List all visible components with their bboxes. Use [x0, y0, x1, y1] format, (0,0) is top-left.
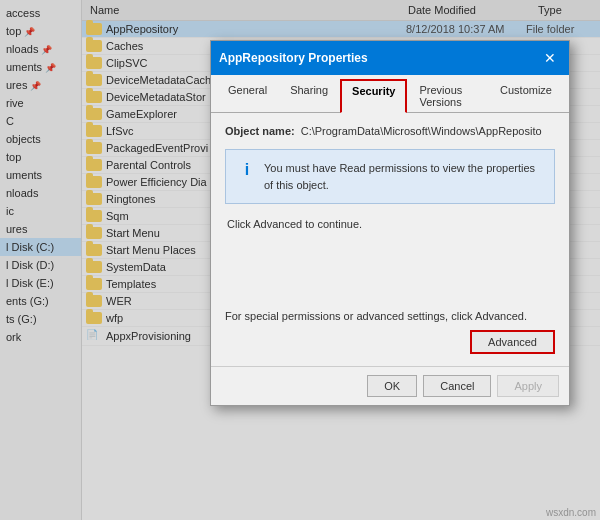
tab-sharing[interactable]: Sharing [279, 79, 339, 112]
info-icon: i [238, 161, 256, 179]
dialog-content: Object name: C:\ProgramData\Microsoft\Wi… [211, 113, 569, 366]
object-name-row: Object name: C:\ProgramData\Microsoft\Wi… [225, 125, 555, 137]
dialog-titlebar: AppRepository Properties ✕ [211, 41, 569, 75]
properties-dialog: AppRepository Properties ✕ General Shari… [210, 40, 570, 406]
object-name-value: C:\ProgramData\Microsoft\Windows\AppRepo… [301, 125, 542, 137]
dialog-title: AppRepository Properties [219, 51, 539, 65]
tab-customize[interactable]: Customize [489, 79, 563, 112]
info-message: You must have Read permissions to view t… [264, 160, 542, 193]
cancel-button[interactable]: Cancel [423, 375, 491, 397]
dialog-overlay: AppRepository Properties ✕ General Shari… [0, 0, 600, 520]
advanced-button[interactable]: Advanced [470, 330, 555, 354]
tab-general[interactable]: General [217, 79, 278, 112]
tab-security[interactable]: Security [340, 79, 407, 113]
dialog-close-button[interactable]: ✕ [539, 47, 561, 69]
tab-previous-versions[interactable]: Previous Versions [408, 79, 488, 112]
apply-button[interactable]: Apply [497, 375, 559, 397]
dialog-tabs: General Sharing Security Previous Versio… [211, 75, 569, 113]
footer-text: For special permissions or advanced sett… [225, 310, 555, 322]
object-name-label: Object name: [225, 125, 295, 137]
ok-button[interactable]: OK [367, 375, 417, 397]
info-box: i You must have Read permissions to view… [225, 149, 555, 204]
click-advanced-text: Click Advanced to continue. [225, 218, 555, 230]
